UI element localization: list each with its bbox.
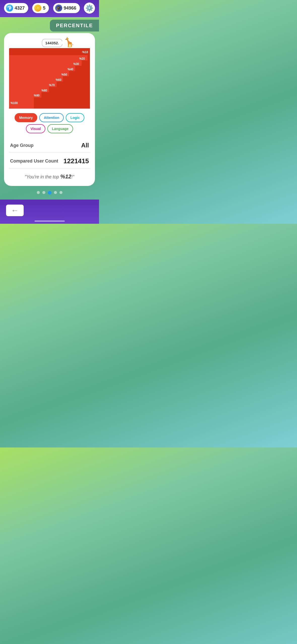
- mascot-container: 144352. 🦒: [42, 38, 75, 47]
- settings-button[interactable]: ⚙️: [84, 3, 95, 14]
- page-dots: [37, 191, 62, 195]
- back-button[interactable]: ←: [6, 205, 24, 216]
- home-indicator: [35, 220, 65, 222]
- svg-rect-37: [9, 55, 88, 60]
- bottom-bar: ←: [0, 200, 99, 224]
- tab-memory[interactable]: Memory: [15, 113, 37, 122]
- speech-bubble: 144352.: [42, 39, 62, 47]
- cap-stat: 🎓 94966: [53, 3, 80, 13]
- svg-rect-35: [9, 60, 82, 66]
- svg-text:%100: %100: [11, 101, 18, 105]
- age-group-row: Age Group All: [9, 138, 90, 153]
- category-tabs: Memory Attention Logic Visual Language: [9, 113, 90, 133]
- dot-5[interactable]: [59, 191, 62, 194]
- tab-visual[interactable]: Visual: [26, 124, 45, 133]
- chart-area: 144352. 🦒 %100 %90 %80 %70 %60 %50: [9, 38, 90, 109]
- main-card: 144352. 🦒 %100 %90 %80 %70 %60 %50: [4, 33, 95, 186]
- coin-stat: 🪙 5: [32, 3, 49, 13]
- staircase-chart: %100 %90 %80 %70 %60 %50 %40 %30: [9, 48, 90, 109]
- svg-text:%10: %10: [82, 50, 88, 54]
- top-header: 💎 4327 🪙 5 🎓 94966 ⚙️: [0, 0, 99, 17]
- dot-3-active[interactable]: [48, 191, 51, 195]
- svg-text:%90: %90: [34, 94, 40, 97]
- mascot-icon: 🦒: [63, 38, 75, 47]
- crystal-count: 4327: [15, 6, 25, 11]
- tab-logic[interactable]: Logic: [66, 113, 84, 122]
- compared-row: Compared User Count 1221415: [9, 153, 90, 169]
- compared-value: 1221415: [63, 157, 89, 165]
- dot-4[interactable]: [54, 191, 57, 194]
- svg-text:%70: %70: [49, 83, 55, 87]
- tab-attention[interactable]: Attention: [39, 113, 64, 122]
- svg-text:%20: %20: [79, 57, 85, 60]
- svg-rect-33: [9, 66, 75, 71]
- top-text: "You're in the top %12!": [25, 173, 74, 180]
- cap-count: 94966: [64, 6, 76, 11]
- back-icon: ←: [11, 206, 19, 215]
- svg-rect-31: [9, 71, 69, 76]
- coin-icon: 🪙: [34, 5, 41, 12]
- svg-rect-29: [9, 76, 63, 82]
- svg-text:%30: %30: [73, 62, 79, 66]
- compared-label: Compared User Count: [10, 158, 58, 164]
- percentile-label: PERCENTILE: [50, 20, 99, 31]
- svg-text:%50: %50: [61, 73, 67, 76]
- cap-icon: 🎓: [55, 5, 62, 12]
- age-group-label: Age Group: [10, 143, 34, 148]
- svg-text:%40: %40: [68, 68, 73, 71]
- tab-language[interactable]: Language: [47, 124, 73, 133]
- age-group-value: All: [81, 142, 89, 149]
- dot-1[interactable]: [37, 191, 40, 194]
- coin-count: 5: [43, 6, 45, 11]
- dot-2[interactable]: [42, 191, 45, 194]
- crystal-stat: 💎 4327: [4, 3, 28, 13]
- crystal-icon: 💎: [6, 5, 13, 12]
- gear-icon: ⚙️: [85, 4, 93, 12]
- svg-text:%60: %60: [56, 78, 61, 81]
- svg-text:%80: %80: [41, 89, 47, 92]
